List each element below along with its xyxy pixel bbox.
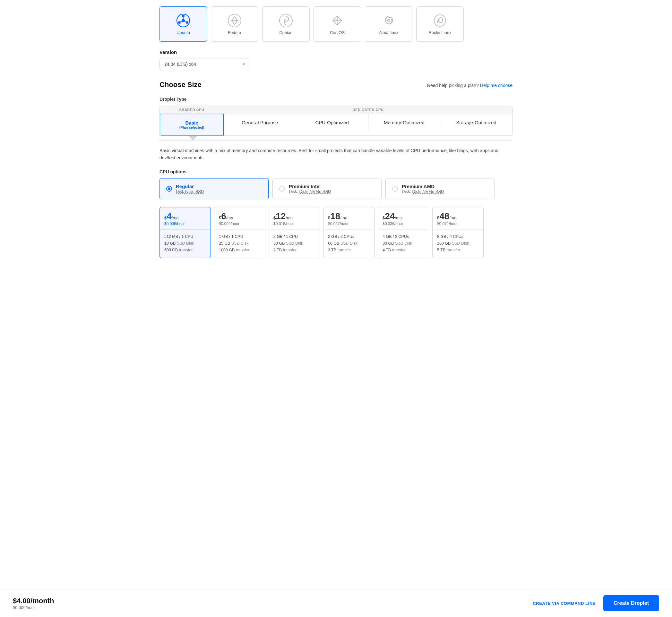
price-line-48: $ 48 /mo <box>437 212 479 221</box>
almalinux-icon <box>382 13 396 28</box>
debian-icon <box>279 13 293 28</box>
cpu-option-amd-info: Premium AMD Disk: Disk: NVMe SSD <box>402 184 444 194</box>
tab-basic[interactable]: Basic (Plan selected) <box>160 114 224 136</box>
plan-description: Basic virtual machines with a mix of mem… <box>160 140 512 169</box>
pricing-card-6[interactable]: $ 6 /mo $0.009/hour 1 GB / 1 CPU 25 GB S… <box>214 207 265 258</box>
os-label-debian: Debian <box>279 30 292 35</box>
radio-regular <box>166 186 172 192</box>
pricing-top-6: $ 6 /mo $0.009/hour <box>214 207 265 229</box>
tab-cpu-optimized[interactable]: CPU-Optimized <box>296 114 369 131</box>
dedicated-cpu-items: General Purpose CPU-Optimized Memory-Opt… <box>224 114 512 131</box>
pricing-top-12: $ 12 /mo $0.018/hour <box>269 207 319 229</box>
pricing-bottom-18: 2 GB / 2 CPUs 60 GB SSD Disk 3 TB transf… <box>323 229 374 258</box>
pricing-top-24: $ 24 /mo $0.036/hour <box>378 207 429 229</box>
pricing-card-24[interactable]: $ 24 /mo $0.036/hour 4 GB / 2 CPUs 80 GB… <box>378 207 429 258</box>
pricing-top-48: $ 48 /mo $0.071/hour <box>433 207 483 229</box>
tab-general-purpose[interactable]: General Purpose <box>224 114 296 131</box>
shared-cpu-items: Basic (Plan selected) <box>160 114 224 136</box>
os-card-almalinux[interactable]: AlmaLinux <box>365 6 412 42</box>
rocky-icon <box>433 13 447 28</box>
pricing-grid: $ 4 /mo $0.006/hour 512 MB / 1 CPU 10 GB… <box>160 207 512 258</box>
cpu-disk-amd: Disk: Disk: NVMe SSD <box>402 189 444 194</box>
svg-line-14 <box>337 16 342 21</box>
pricing-bottom-12: 2 GB / 1 CPU 50 GB SSD Disk 2 TB transfe… <box>269 229 319 258</box>
svg-line-13 <box>333 16 337 21</box>
pricing-top-18: $ 18 /mo $0.027/hour <box>323 207 374 229</box>
svg-line-7 <box>185 21 186 22</box>
help-text: Need help picking a plan? Help me choose <box>427 83 512 88</box>
svg-line-16 <box>333 21 337 25</box>
price-line-4: $ 4 /mo <box>164 212 206 221</box>
os-label-rocky: Rocky Linux <box>429 30 452 35</box>
cpu-option-regular-info: Regular Disk type: SSD <box>176 184 204 194</box>
svg-point-3 <box>178 21 181 24</box>
cpu-option-premium-amd[interactable]: Premium AMD Disk: Disk: NVMe SSD <box>386 178 494 199</box>
price-line-18: $ 18 /mo <box>328 212 370 221</box>
arrow-connector <box>160 136 512 140</box>
price-line-12: $ 12 /mo <box>273 212 315 221</box>
svg-point-1 <box>182 19 185 22</box>
cpu-options-label: CPU options <box>160 169 512 174</box>
os-selection: Ubuntu Fedora Deb <box>160 6 512 42</box>
pricing-card-18[interactable]: $ 18 /mo $0.027/hour 2 GB / 2 CPUs 60 GB… <box>323 207 375 258</box>
os-label-almalinux: AlmaLinux <box>379 30 399 35</box>
shared-cpu-header: SHARED CPU <box>160 106 224 114</box>
version-label: Version <box>160 49 512 55</box>
os-card-ubuntu[interactable]: Ubuntu <box>160 6 207 42</box>
droplet-type-label: Droplet Type <box>160 96 512 102</box>
version-wrapper: 24.04 (LTS) x64 22.04 (LTS) x64 20.04 (L… <box>160 58 249 70</box>
cpu-options-grid: Regular Disk type: SSD Premium Intel Dis… <box>160 178 512 199</box>
pricing-card-4[interactable]: $ 4 /mo $0.006/hour 512 MB / 1 CPU 10 GB… <box>160 207 211 258</box>
choose-size-header: Choose Size Need help picking a plan? He… <box>160 80 512 89</box>
help-me-choose-link[interactable]: Help me choose <box>480 83 512 88</box>
choose-size-title: Choose Size <box>160 80 202 89</box>
svg-point-17 <box>387 19 390 22</box>
price-line-6: $ 6 /mo <box>219 212 261 221</box>
svg-line-6 <box>181 21 182 22</box>
tab-memory-optimized[interactable]: Memory-Optimized <box>369 114 441 131</box>
os-card-fedora[interactable]: Fedora <box>211 6 258 42</box>
pricing-card-48[interactable]: $ 48 /mo $0.071/hour 8 GB / 4 CPUs 160 G… <box>432 207 484 258</box>
svg-point-2 <box>182 15 185 17</box>
cpu-disk-intel: Disk: Disk: NVMe SSD <box>289 189 331 194</box>
price-line-24: $ 24 /mo <box>383 212 424 221</box>
svg-point-18 <box>434 15 446 26</box>
os-label-centos: CentOS <box>330 30 345 35</box>
cpu-disk-regular: Disk type: SSD <box>176 189 204 194</box>
os-label-ubuntu: Ubuntu <box>177 30 190 35</box>
os-card-debian[interactable]: Debian <box>262 6 310 42</box>
ubuntu-icon <box>176 13 190 28</box>
dedicated-cpu-group: DEDICATED CPU General Purpose CPU-Optimi… <box>224 106 512 136</box>
radio-premium-intel <box>279 186 285 192</box>
tab-storage-optimized[interactable]: Storage-Optimized <box>440 114 512 131</box>
cpu-option-premium-intel[interactable]: Premium Intel Disk: Disk: NVMe SSD <box>272 178 382 199</box>
centos-icon <box>330 13 344 28</box>
cpu-option-intel-info: Premium Intel Disk: Disk: NVMe SSD <box>289 184 331 194</box>
pricing-top-4: $ 4 /mo $0.006/hour <box>160 207 211 229</box>
os-card-rocky[interactable]: Rocky Linux <box>416 6 464 42</box>
os-label-fedora: Fedora <box>228 30 241 35</box>
shared-cpu-group: SHARED CPU Basic (Plan selected) <box>160 106 224 136</box>
pricing-bottom-48: 8 GB / 4 CPUs 160 GB SSD Disk 5 TB trans… <box>433 229 483 258</box>
os-card-centos[interactable]: CentOS <box>313 6 361 42</box>
pricing-card-12[interactable]: $ 12 /mo $0.018/hour 2 GB / 1 CPU 50 GB … <box>269 207 320 258</box>
pricing-bottom-4: 512 MB / 1 CPU 10 GB SSD Disk 500 GB tra… <box>160 229 211 258</box>
svg-point-4 <box>186 21 188 24</box>
svg-line-15 <box>337 21 342 25</box>
dedicated-cpu-header: DEDICATED CPU <box>224 106 512 114</box>
pricing-bottom-6: 1 GB / 1 CPU 25 GB SSD Disk 1000 GB tran… <box>214 229 265 258</box>
radio-premium-amd <box>392 186 398 192</box>
cpu-option-regular[interactable]: Regular Disk type: SSD <box>160 178 269 199</box>
version-select[interactable]: 24.04 (LTS) x64 22.04 (LTS) x64 20.04 (L… <box>160 58 249 70</box>
pricing-bottom-24: 4 GB / 2 CPUs 80 GB SSD Disk 4 TB transf… <box>378 229 429 258</box>
droplet-type-tabs: SHARED CPU Basic (Plan selected) DEDICAT… <box>160 106 512 136</box>
fedora-icon <box>228 13 242 28</box>
